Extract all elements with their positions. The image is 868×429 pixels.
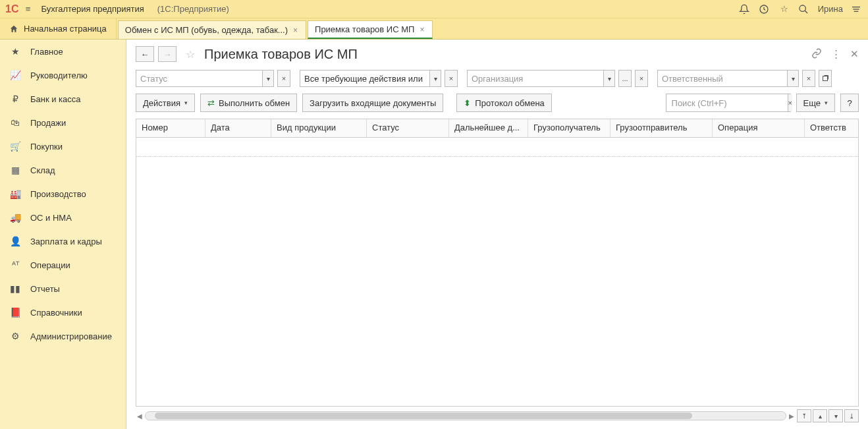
scroll-left-icon[interactable]: ◀ (136, 413, 144, 420)
book-icon: 📕 (9, 307, 21, 318)
home-tab-label: Начальная страница (24, 24, 107, 34)
th-next-action[interactable]: Дальнейшее д... (449, 119, 528, 137)
ruble-icon: ₽ (9, 94, 21, 104)
star-icon[interactable]: ☆ (778, 4, 790, 14)
home-tab[interactable]: Начальная страница (0, 18, 117, 39)
tab-exchange[interactable]: Обмен с ИС МП (обувь, одежда, табак...) … (118, 20, 306, 39)
help-button[interactable]: ? (840, 94, 859, 112)
user-name[interactable]: Ирина (818, 4, 843, 14)
svg-line-2 (805, 11, 807, 13)
sidebar-item-sales[interactable]: 🛍Продажи (0, 111, 126, 134)
search-input[interactable] (666, 98, 788, 108)
sidebar-item-salary[interactable]: 👤Зарплата и кадры (0, 229, 126, 253)
btn-label: ? (847, 98, 852, 108)
sidebar-item-label: Главное (30, 47, 63, 57)
protocol-button[interactable]: ⬍ Протокол обмена (456, 94, 552, 112)
clear-org-button[interactable]: × (635, 70, 648, 87)
content: ← → ☆ Приемка товаров ИС МП ⋮ ✕ ▾ × ▾ (126, 40, 868, 429)
bell-icon[interactable] (739, 4, 751, 14)
factory-icon: 🏭 (9, 188, 21, 199)
table-empty-line (136, 156, 858, 157)
th-number[interactable]: Номер (136, 119, 205, 137)
filter-row: ▾ × ▾ × ▾ ... × ▾ × (126, 67, 868, 90)
scroll-up-button[interactable]: ▴ (813, 409, 827, 422)
scroll-right-icon[interactable]: ▶ (788, 413, 796, 420)
search-icon[interactable] (798, 4, 810, 14)
horizontal-scrollbar[interactable] (145, 411, 786, 420)
hamburger-icon[interactable] (851, 4, 863, 14)
close-icon[interactable]: × (418, 25, 425, 34)
th-operation[interactable]: Операция (713, 119, 805, 137)
sidebar-item-bank[interactable]: ₽Банк и касса (0, 87, 126, 111)
chart-icon: 📈 (9, 70, 21, 80)
btn-label: Протокол обмена (475, 98, 545, 108)
tab-priemka[interactable]: Приемка товаров ИС МП × (308, 20, 433, 39)
status-input[interactable] (136, 74, 262, 84)
dropdown-icon[interactable]: ▾ (262, 71, 273, 86)
open-resp-button[interactable] (819, 70, 832, 87)
dropdown-icon[interactable]: ▾ (429, 71, 441, 86)
clear-action-button[interactable]: × (445, 70, 458, 87)
close-icon[interactable]: ✕ (850, 48, 859, 60)
menu-icon[interactable]: ≡ (21, 4, 34, 14)
app-title: Бухгалтерия предприятия (41, 4, 144, 14)
exchange-button[interactable]: ⇄ Выполнить обмен (200, 94, 297, 112)
th-responsible[interactable]: Ответств (805, 119, 854, 137)
scroll-bottom-button[interactable]: ⤓ (844, 409, 859, 422)
svg-rect-6 (823, 76, 828, 81)
actions-button[interactable]: Действия ▾ (136, 94, 195, 112)
history-icon[interactable] (759, 4, 771, 14)
search-box[interactable]: × (666, 94, 791, 112)
home-icon (9, 24, 18, 34)
resp-input[interactable] (658, 74, 787, 84)
sidebar-item-purchases[interactable]: 🛒Покупки (0, 134, 126, 158)
org-more-button[interactable]: ... (618, 70, 632, 87)
th-date[interactable]: Дата (205, 119, 271, 137)
sidebar-item-assets[interactable]: 🚚ОС и НМА (0, 206, 126, 229)
th-consignor[interactable]: Грузоотправитель (610, 119, 713, 137)
sidebar-item-label: Склад (30, 165, 55, 175)
filter-action[interactable]: ▾ (300, 70, 441, 87)
sidebar-item-label: Отчеты (30, 284, 60, 294)
sidebar-item-manager[interactable]: 📈Руководителю (0, 63, 126, 87)
dropdown-icon[interactable]: ▾ (603, 71, 614, 86)
filter-status[interactable]: ▾ (136, 70, 274, 87)
titlebar: 1С ≡ Бухгалтерия предприятия (1С:Предпри… (0, 0, 868, 18)
sidebar-item-label: Покупки (30, 142, 63, 152)
back-button[interactable]: ← (136, 46, 154, 62)
btn-label: Выполнить обмен (219, 98, 290, 108)
tab-label: Приемка товаров ИС МП (315, 24, 414, 34)
sidebar-item-admin[interactable]: ⚙Администрирование (0, 324, 126, 348)
sidebar-item-main[interactable]: ★Главное (0, 40, 126, 63)
clear-search-button[interactable]: × (788, 94, 792, 111)
grid-icon: ▦ (9, 165, 21, 175)
close-icon[interactable]: × (292, 26, 299, 35)
person-icon: 👤 (9, 236, 21, 246)
load-docs-button[interactable]: Загрузить входящие документы (302, 94, 443, 112)
clear-status-button[interactable]: × (277, 70, 290, 87)
sidebar-item-label: Руководителю (30, 71, 88, 80)
sidebar-item-production[interactable]: 🏭Производство (0, 182, 126, 206)
scrollbar-thumb[interactable] (155, 413, 692, 419)
sidebar-item-warehouse[interactable]: ▦Склад (0, 158, 126, 182)
link-icon[interactable] (811, 48, 822, 60)
scroll-top-button[interactable]: ⤒ (797, 409, 811, 422)
th-status[interactable]: Статус (367, 119, 449, 137)
filter-org[interactable]: ▾ (467, 70, 615, 87)
clear-resp-button[interactable]: × (802, 70, 815, 87)
sidebar-item-directories[interactable]: 📕Справочники (0, 300, 126, 324)
favorite-icon[interactable]: ☆ (186, 48, 195, 61)
th-product-type[interactable]: Вид продукции (271, 119, 367, 137)
dropdown-icon[interactable]: ▾ (787, 71, 798, 86)
more-button[interactable]: Еще ▾ (796, 94, 835, 112)
filter-resp[interactable]: ▾ (657, 70, 799, 87)
sidebar-item-reports[interactable]: ▮▮Отчеты (0, 277, 126, 300)
forward-button[interactable]: → (158, 46, 176, 62)
scroll-down-button[interactable]: ▾ (828, 409, 843, 422)
sidebar-item-label: Банк и касса (30, 94, 81, 104)
kebab-icon[interactable]: ⋮ (831, 48, 841, 60)
sidebar-item-operations[interactable]: ᴬᵀОперации (0, 253, 126, 277)
th-consignee[interactable]: Грузополучатель (528, 119, 610, 137)
action-input[interactable] (300, 74, 429, 84)
org-input[interactable] (468, 74, 603, 84)
